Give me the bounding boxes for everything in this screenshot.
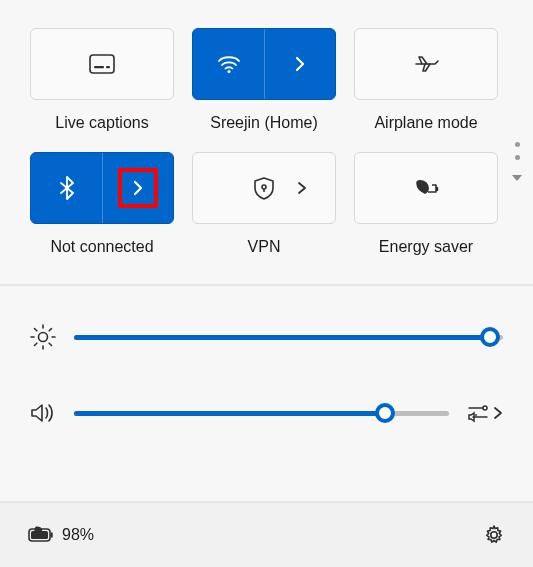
audio-output-picker[interactable] [467,403,503,423]
panel-edge-controls [511,142,523,182]
tile-group-bluetooth: Not connected [30,152,174,256]
gear-icon [483,524,505,546]
live-captions-tile[interactable] [30,28,174,100]
captions-icon [89,54,115,74]
chevron-right-icon[interactable] [297,181,307,195]
tile-label: Energy saver [379,238,473,256]
speaker-icon [30,402,56,424]
bluetooth-expand-half[interactable] [102,153,173,223]
tile-group-live-captions: Live captions [30,28,174,132]
svg-marker-7 [512,175,522,181]
chevron-right-icon [131,179,145,197]
quick-settings-panel: Live captions Sreejin (Home) [0,0,533,567]
svg-line-16 [35,343,37,345]
svg-rect-6 [436,187,438,191]
wifi-expand-half[interactable] [264,29,335,99]
tile-label: Airplane mode [374,114,477,132]
tile-label: Live captions [55,114,148,132]
vpn-tile[interactable] [192,152,336,224]
svg-line-15 [49,329,51,331]
battery-text: 98% [62,526,94,544]
svg-line-14 [49,343,51,345]
slider-thumb[interactable] [375,403,395,423]
brightness-slider[interactable] [74,327,503,347]
tile-group-vpn: VPN [192,152,336,256]
tile-group-wifi: Sreejin (Home) [192,28,336,132]
chevron-right-icon [493,406,503,420]
tile-label: VPN [248,238,281,256]
slider-fill [74,411,385,416]
svg-line-13 [35,329,37,331]
svg-point-3 [227,70,230,73]
status-bar: 98% [0,501,533,567]
audio-device-icon [467,403,489,423]
energy-saver-tile[interactable] [354,152,498,224]
brightness-row [30,314,503,360]
svg-rect-0 [90,55,114,73]
chevron-down-icon[interactable] [511,174,523,182]
svg-point-8 [39,333,48,342]
airplane-tile[interactable] [354,28,498,100]
sliders-section [0,284,533,460]
svg-point-24 [491,532,497,538]
wifi-tile[interactable] [192,28,336,100]
wifi-icon [217,54,241,74]
settings-button[interactable] [483,524,505,546]
edge-dot [515,142,520,147]
tile-group-airplane: Airplane mode [354,28,498,132]
tile-group-energy: Energy saver [354,152,498,256]
svg-rect-2 [106,66,110,68]
bluetooth-tile[interactable] [30,152,174,224]
tile-label: Sreejin (Home) [210,114,318,132]
battery-icon [28,526,54,544]
svg-point-4 [262,185,266,189]
battery-status[interactable]: 98% [28,526,94,544]
brightness-icon [30,324,56,350]
wifi-toggle-half[interactable] [193,29,264,99]
shield-lock-icon [253,176,275,200]
svg-rect-1 [94,66,104,68]
svg-rect-22 [51,533,53,538]
volume-slider[interactable] [74,403,449,423]
volume-row [30,390,503,436]
slider-fill [74,335,490,340]
svg-point-18 [483,406,487,410]
tiles-grid: Live captions Sreejin (Home) [0,0,533,276]
slider-thumb[interactable] [480,327,500,347]
chevron-right-icon [293,55,307,73]
bluetooth-toggle-half[interactable] [31,153,102,223]
tile-divider [264,29,265,99]
leaf-battery-icon [412,178,440,198]
tile-label: Not connected [50,238,153,256]
edge-dot [515,155,520,160]
airplane-icon [413,53,439,75]
bluetooth-icon [59,176,75,200]
